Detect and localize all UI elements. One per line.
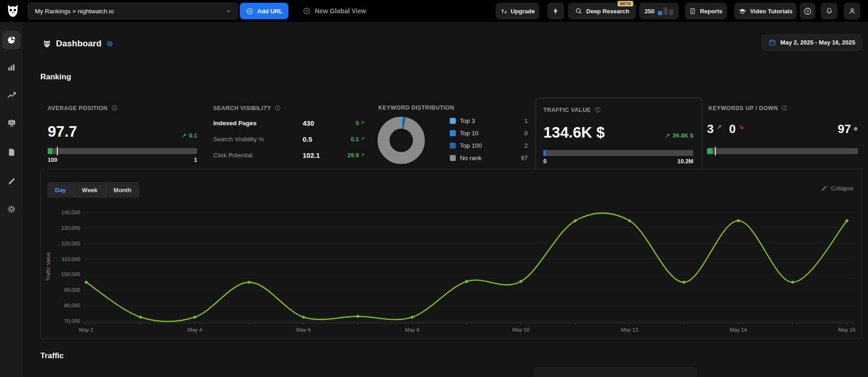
help-button[interactable]: ?	[800, 3, 815, 19]
row-label: Indexed Pages	[213, 120, 303, 127]
sv-row-click-potential[interactable]: Click Potential 102.1 29.9 ↗	[213, 151, 365, 159]
account-button[interactable]	[844, 3, 860, 19]
pie-chart-icon	[7, 35, 17, 45]
scale-left: 100	[48, 157, 57, 163]
info-icon[interactable]	[111, 105, 118, 111]
keywords-nochange-value: 97	[823, 123, 857, 135]
scale-right: 10.2M	[677, 158, 693, 165]
plus-circle-icon	[303, 7, 311, 15]
search-icon	[575, 7, 583, 15]
row-change: 0.1 ↗	[346, 136, 365, 143]
project-selector[interactable]: My Rankings > nightwatch.io	[28, 3, 238, 19]
legend-label: No rank	[460, 155, 521, 161]
sv-row-indexed-pages[interactable]: Indexed Pages 430 5 ↗	[213, 119, 365, 127]
info-icon[interactable]	[274, 105, 281, 111]
row-value: 430	[303, 119, 346, 127]
card-title-text: AVERAGE POSITION	[48, 105, 108, 111]
nightwatch-logo[interactable]	[6, 3, 20, 19]
traffic-value-change: ↗ 39.4K $	[543, 132, 693, 139]
legend-swatch	[450, 155, 456, 161]
date-range-value: May 2, 2025 - May 16, 2025	[780, 39, 855, 46]
svg-text:130,000: 130,000	[61, 225, 80, 231]
date-range-picker[interactable]: May 2, 2025 - May 16, 2025	[762, 34, 862, 50]
owl-mini-icon	[43, 39, 51, 48]
average-position-card-title: AVERAGE POSITION	[48, 105, 118, 111]
reports-label: Reports	[700, 8, 722, 15]
reports-button[interactable]: Reports	[685, 3, 727, 19]
svg-text:120,000: 120,000	[61, 241, 80, 246]
deep-research-label: Deep Research	[586, 8, 630, 15]
new-global-view-button[interactable]: New Global View	[298, 3, 371, 19]
keyword-distribution-donut-chart	[377, 116, 425, 164]
quick-actions-button[interactable]	[547, 3, 564, 19]
legend-item-top10[interactable]: Top 10 0	[450, 130, 528, 137]
row-value: 0.5	[303, 135, 346, 143]
svg-text:May 14: May 14	[730, 327, 747, 333]
upgrade-button[interactable]: Upgrade	[496, 3, 539, 19]
credits-count: 250	[645, 8, 655, 15]
svg-text:May 6: May 6	[296, 327, 310, 333]
presentation-board-icon	[7, 119, 17, 128]
change-value: 39.4K $	[672, 132, 693, 139]
sv-row-search-visibility[interactable]: Search Visibility % 0.5 0.1 ↗	[213, 135, 365, 143]
credits-widget[interactable]: 250	[639, 3, 679, 19]
rank-up-icon	[500, 8, 507, 15]
video-tutorials-button[interactable]: Video Tutorials	[734, 3, 796, 19]
keywords-updown-bar	[707, 148, 858, 154]
calendar-icon	[768, 39, 776, 46]
project-selector-value: My Rankings > nightwatch.io	[35, 8, 114, 15]
legend-item-norank[interactable]: No rank 97	[450, 155, 528, 161]
user-icon	[848, 7, 856, 15]
search-visibility-card-title: SEARCH VISIBILITY	[213, 105, 281, 111]
legend-item-top3[interactable]: Top 3 1	[450, 117, 528, 124]
dashboard-settings-gear-icon[interactable]	[106, 40, 114, 48]
gear-icon	[7, 205, 16, 214]
top-bar: My Rankings > nightwatch.io Add URL New …	[0, 0, 868, 22]
question-mark-icon: ?	[803, 7, 812, 16]
side-nav	[0, 22, 23, 377]
notifications-button[interactable]	[821, 3, 837, 19]
report-document-icon	[689, 7, 696, 15]
sidebar-item-reports[interactable]	[2, 143, 21, 161]
row-label: Click Potential	[213, 152, 303, 159]
bar-chart-icon	[7, 63, 16, 72]
trend-up-icon: ↗	[665, 132, 670, 139]
plus-circle-icon	[246, 7, 254, 15]
svg-text:May 2: May 2	[79, 327, 93, 333]
traffic-section-title: Traffic	[40, 351, 64, 360]
trend-up-icon: ↗	[361, 120, 365, 125]
trend-down-icon: ↘	[738, 123, 744, 131]
traffic-value-card-title: TRAFFIC VALUE	[543, 106, 601, 113]
trend-up-icon: ↗	[361, 136, 365, 141]
traffic-value-line-chart[interactable]: 70,00080,00090,000100,000110,000120,0001…	[41, 169, 862, 338]
sidebar-item-dashboard[interactable]	[2, 31, 21, 49]
svg-text:May 8: May 8	[405, 327, 419, 333]
sidebar-item-rankings[interactable]	[2, 58, 21, 77]
credits-usage-bars-icon	[658, 7, 673, 15]
info-icon[interactable]	[594, 106, 601, 113]
svg-text:110,000: 110,000	[61, 256, 80, 262]
lightning-bolt-icon	[552, 7, 559, 15]
sidebar-item-site-audit[interactable]	[2, 86, 21, 105]
app: My Rankings > nightwatch.io Add URL New …	[0, 0, 868, 377]
sidebar-item-presentation[interactable]	[2, 114, 21, 133]
graduation-cap-icon	[738, 7, 746, 15]
sidebar-item-notes[interactable]	[2, 172, 21, 190]
svg-text:?: ?	[806, 9, 808, 13]
scale-left: 0	[543, 158, 547, 165]
info-icon[interactable]	[781, 105, 788, 111]
legend-item-top100[interactable]: Top 100 2	[450, 142, 528, 149]
deep-research-button[interactable]: Deep Research BETA	[568, 3, 636, 19]
card-title-text: KEYWORD DISTRIBUTION	[378, 105, 454, 111]
row-value: 102.1	[303, 151, 346, 159]
sidebar-item-settings[interactable]	[2, 200, 21, 218]
legend-label: Top 3	[460, 117, 524, 124]
change-value: 0.1	[189, 132, 197, 139]
row-change: 29.9 ↗	[346, 152, 365, 159]
legend-value: 1	[524, 117, 528, 124]
add-url-button[interactable]: Add URL	[240, 3, 288, 19]
video-tutorials-label: Video Tutorials	[750, 8, 793, 15]
svg-text:70,000: 70,000	[64, 318, 80, 324]
chevron-down-icon	[226, 8, 232, 14]
keywords-updown-card-title: KEYWORDS UP / DOWN	[708, 105, 788, 111]
